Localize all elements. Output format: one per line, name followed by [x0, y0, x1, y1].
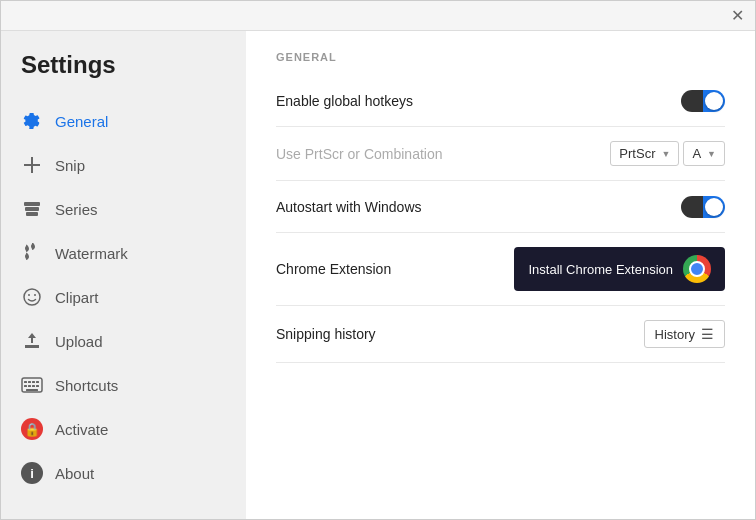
- history-btn-label: History: [655, 327, 695, 342]
- setting-row-global-hotkeys: Enable global hotkeys: [276, 75, 725, 127]
- sidebar-item-upload[interactable]: Upload: [1, 319, 246, 363]
- svg-rect-7: [28, 381, 31, 383]
- svg-rect-13: [36, 385, 39, 387]
- combo-dropdown[interactable]: A: [683, 141, 725, 166]
- layers-icon: [21, 198, 43, 220]
- sidebar-item-clipart[interactable]: Clipart: [1, 275, 246, 319]
- autostart-toggle-knob: [705, 198, 723, 216]
- watermark-icon: [21, 242, 43, 264]
- right-panel: GENERAL Enable global hotkeys Use PrtScr…: [246, 31, 755, 519]
- upload-icon: [21, 330, 43, 352]
- history-list-icon: ☰: [701, 326, 714, 342]
- sidebar-item-snip[interactable]: Snip: [1, 143, 246, 187]
- autostart-toggle[interactable]: [681, 196, 725, 218]
- svg-rect-14: [26, 389, 38, 391]
- sidebar-item-activate[interactable]: 🔒 Activate: [1, 407, 246, 451]
- sidebar-item-shortcuts[interactable]: Shortcuts: [1, 363, 246, 407]
- svg-rect-8: [32, 381, 35, 383]
- sidebar-item-label-clipart: Clipart: [55, 289, 98, 306]
- svg-point-2: [24, 289, 40, 305]
- keyboard-icon: [21, 374, 43, 396]
- close-button[interactable]: ✕: [727, 6, 747, 26]
- history-button[interactable]: History ☰: [644, 320, 725, 348]
- svg-rect-1: [24, 164, 40, 166]
- sidebar-item-label-watermark: Watermark: [55, 245, 128, 262]
- setting-row-chrome-ext: Chrome Extension Install Chrome Extensio…: [276, 233, 725, 306]
- svg-rect-11: [28, 385, 31, 387]
- svg-point-3: [28, 294, 30, 296]
- snipping-history-label: Snipping history: [276, 326, 376, 342]
- svg-rect-10: [24, 385, 27, 387]
- svg-rect-9: [36, 381, 39, 383]
- global-hotkeys-toggle[interactable]: [681, 90, 725, 112]
- sidebar: Settings General: [1, 31, 246, 519]
- sidebar-item-label-series: Series: [55, 201, 98, 218]
- sidebar-item-label-shortcuts: Shortcuts: [55, 377, 118, 394]
- section-label: GENERAL: [276, 51, 725, 63]
- app-window: ✕ Settings General: [0, 0, 756, 520]
- sidebar-item-label-general: General: [55, 113, 108, 130]
- prtscr-label: Use PrtScr or Combination: [276, 146, 443, 162]
- title-bar: ✕: [1, 1, 755, 31]
- activate-icon: 🔒: [21, 418, 43, 440]
- chrome-ext-btn-label: Install Chrome Extension: [528, 262, 673, 277]
- sidebar-item-label-snip: Snip: [55, 157, 85, 174]
- main-content: Settings General: [1, 31, 755, 519]
- global-hotkeys-label: Enable global hotkeys: [276, 93, 413, 109]
- sidebar-item-watermark[interactable]: Watermark: [1, 231, 246, 275]
- info-icon: i: [21, 462, 43, 484]
- install-chrome-extension-button[interactable]: Install Chrome Extension: [514, 247, 725, 291]
- plus-icon: [21, 154, 43, 176]
- smiley-icon: [21, 286, 43, 308]
- toggle-knob: [705, 92, 723, 110]
- app-title: Settings: [1, 41, 246, 99]
- sidebar-item-label-upload: Upload: [55, 333, 103, 350]
- chrome-logo-icon: [683, 255, 711, 283]
- autostart-label: Autostart with Windows: [276, 199, 422, 215]
- sidebar-item-series[interactable]: Series: [1, 187, 246, 231]
- setting-row-snipping-history: Snipping history History ☰: [276, 306, 725, 363]
- chrome-ext-label: Chrome Extension: [276, 261, 391, 277]
- sidebar-item-general[interactable]: General: [1, 99, 246, 143]
- sidebar-item-about[interactable]: i About: [1, 451, 246, 495]
- svg-rect-12: [32, 385, 35, 387]
- sidebar-item-label-activate: Activate: [55, 421, 108, 438]
- dropdown-group: PrtScr A: [610, 141, 725, 166]
- setting-row-autostart: Autostart with Windows: [276, 181, 725, 233]
- svg-rect-6: [24, 381, 27, 383]
- sidebar-item-label-about: About: [55, 465, 94, 482]
- gear-icon: [21, 110, 43, 132]
- svg-point-4: [34, 294, 36, 296]
- setting-row-prtscr: Use PrtScr or Combination PrtScr A: [276, 127, 725, 181]
- prtscr-dropdown[interactable]: PrtScr: [610, 141, 679, 166]
